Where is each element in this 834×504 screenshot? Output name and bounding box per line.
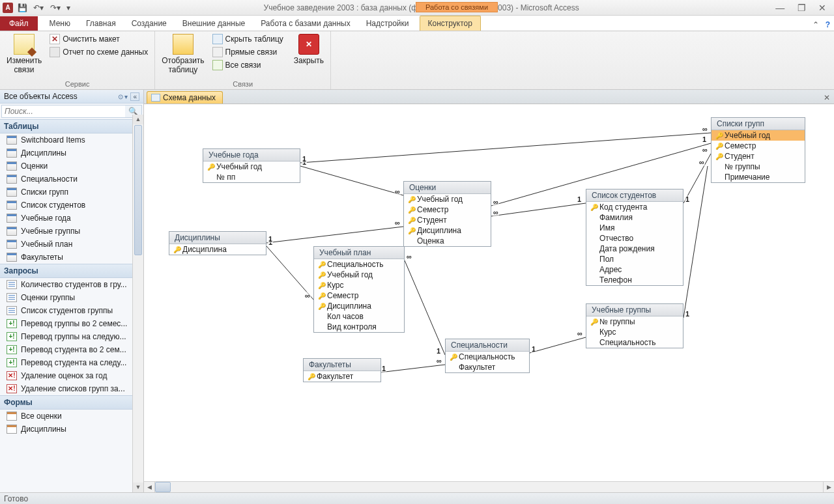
table-field[interactable]: Фамилия [586, 212, 683, 223]
nav-query-item[interactable]: Список студентов группы [0, 304, 143, 317]
scroll-right-button[interactable]: ▶ [823, 482, 834, 492]
direct-relationships-button[interactable]: Прямые связи [210, 46, 286, 59]
tab-create[interactable]: Создание [124, 16, 175, 31]
category-tables[interactable]: Таблицы ︽ [0, 119, 143, 133]
scroll-up-button[interactable]: ▲ [133, 115, 143, 124]
table-box-fac[interactable]: Факультеты🔑Факультет [303, 358, 381, 382]
doctab-relationships[interactable]: Схема данных [147, 91, 223, 104]
table-field[interactable]: 🔑Учебный год [712, 130, 805, 141]
table-field[interactable]: 🔑Учебный год [203, 161, 300, 172]
nav-table-item[interactable]: Оценки [0, 160, 143, 173]
nav-table-item[interactable]: Дисциплины [0, 147, 143, 160]
table-field[interactable]: 🔑Учебный год [404, 194, 491, 204]
nav-scrollbar[interactable]: ▲ ▼ [132, 115, 143, 492]
table-field[interactable]: 🔑Учебный год [314, 270, 404, 280]
nav-table-item[interactable]: Факультеты [0, 251, 143, 264]
nav-table-item[interactable]: Учебный план [0, 238, 143, 251]
table-field[interactable]: Имя [586, 223, 683, 233]
table-box-uchgr[interactable]: Учебные группы🔑№ группыКурсСпециальность [586, 303, 683, 348]
nav-query-item[interactable]: +!Перевод студента на следу... [0, 356, 143, 369]
scroll-thumb[interactable] [134, 125, 142, 255]
edit-relationships-button[interactable]: Изменить связи [4, 33, 44, 76]
table-field[interactable]: 🔑Специальность [446, 352, 529, 362]
table-field[interactable]: 🔑Дисциплина [169, 244, 266, 255]
nav-query-item[interactable]: Количество студентов в гру... [0, 278, 143, 291]
table-field[interactable]: 🔑Студент [712, 151, 805, 161]
table-field[interactable]: Курс [586, 327, 683, 337]
all-relationships-button[interactable]: Все связи [210, 59, 286, 72]
tab-db-tools[interactable]: Работа с базами данных [253, 16, 358, 31]
table-box-disc[interactable]: Дисциплины🔑Дисциплина [169, 231, 266, 255]
tab-file[interactable]: Файл [0, 16, 38, 31]
table-field[interactable]: Адрес [586, 264, 683, 275]
show-table-button[interactable]: Отобразить таблицу [159, 33, 207, 76]
relationships-canvas[interactable]: Учебные года🔑Учебный год№ ппДисциплины🔑Д… [144, 104, 834, 481]
search-input[interactable] [2, 105, 125, 117]
nav-query-item[interactable]: Оценки группы [0, 291, 143, 304]
save-button[interactable]: 💾 [16, 2, 29, 14]
nav-table-item[interactable]: Списки групп [0, 186, 143, 199]
nav-table-item[interactable]: Учебные группы [0, 225, 143, 238]
tab-addins[interactable]: Надстройки [358, 16, 417, 31]
restore-button[interactable]: ❐ [792, 3, 811, 13]
nav-dropdown-icon[interactable]: ⊙ ▾ [118, 93, 128, 100]
nav-form-item[interactable]: Все оценки [0, 410, 143, 423]
table-field[interactable]: 🔑Курс [314, 280, 404, 290]
nav-table-item[interactable]: Специальности [0, 173, 143, 186]
redo-button[interactable]: ↷▾ [48, 2, 63, 14]
table-field[interactable]: Оценка [404, 236, 491, 246]
tab-menu[interactable]: Меню [42, 16, 78, 31]
table-field[interactable]: Вид контроля [314, 322, 404, 332]
table-field[interactable]: 🔑Студент [404, 215, 491, 225]
table-field[interactable]: Пол [586, 254, 683, 264]
table-field[interactable]: 🔑Семестр [314, 290, 404, 301]
table-field[interactable]: 🔑Дисциплина [404, 225, 491, 236]
table-field[interactable]: 🔑Семестр [712, 141, 805, 151]
table-field[interactable]: 🔑Дисциплина [314, 301, 404, 311]
scroll-left-button[interactable]: ◀ [144, 482, 155, 492]
relationship-report-button[interactable]: Отчет по схеме данных [47, 46, 151, 59]
help-button[interactable]: ? [826, 20, 830, 29]
table-field[interactable]: № группы [712, 161, 805, 172]
table-field[interactable]: 🔑Факультет [304, 371, 381, 382]
nav-query-item[interactable]: +!Перевод студента во 2 сем... [0, 343, 143, 356]
scroll-down-button[interactable]: ▼ [133, 483, 143, 492]
nav-query-item[interactable]: +!Перевод группы на следую... [0, 330, 143, 343]
horizontal-scrollbar[interactable]: ◀ ▶ [144, 481, 834, 492]
table-field[interactable]: Отчество [586, 233, 683, 244]
table-field[interactable]: Примечание [712, 172, 805, 182]
table-box-spec[interactable]: Специальности🔑СпециальностьФакультет [445, 339, 530, 373]
nav-form-item[interactable]: Дисциплины [0, 423, 143, 436]
nav-collapse-button[interactable]: « [130, 92, 139, 101]
category-forms[interactable]: Формы ︽ [0, 395, 143, 410]
clear-layout-button[interactable]: ✕ Очистить макет [47, 33, 151, 46]
table-field[interactable]: Дата рождения [586, 244, 683, 254]
qat-more-button[interactable]: ▾ [65, 2, 72, 14]
close-window-button[interactable]: ✕ [813, 3, 831, 13]
table-field[interactable]: 🔑Специальность [314, 259, 404, 270]
tab-design[interactable]: Конструктор [420, 16, 481, 31]
doctab-close-button[interactable]: ✕ [820, 92, 834, 104]
nav-table-item[interactable]: Список студентов [0, 199, 143, 212]
hide-table-button[interactable]: Скрыть таблицу [210, 33, 286, 46]
table-field[interactable]: Факультет [446, 362, 529, 372]
table-field[interactable]: 🔑Код студента [586, 202, 683, 212]
table-box-uchgoda[interactable]: Учебные года🔑Учебный год№ пп [203, 148, 300, 183]
table-box-ocenki[interactable]: Оценки🔑Учебный год🔑Семестр🔑Студент🔑Дисци… [403, 181, 491, 247]
table-box-uchplan[interactable]: Учебный план🔑Специальность🔑Учебный год🔑К… [313, 246, 405, 333]
table-field[interactable]: 🔑Семестр [404, 204, 491, 215]
nav-query-item[interactable]: ✕!Удаление оценок за год [0, 369, 143, 382]
nav-table-item[interactable]: Учебные года [0, 212, 143, 225]
tab-external-data[interactable]: Внешние данные [175, 16, 253, 31]
table-field[interactable]: Кол часов [314, 311, 404, 322]
nav-query-item[interactable]: ✕!Удаление списков групп за... [0, 382, 143, 395]
undo-button[interactable]: ↶▾ [31, 2, 46, 14]
minimize-ribbon-button[interactable]: ⌃ [812, 20, 819, 29]
minimize-button[interactable]: — [770, 3, 790, 13]
nav-query-item[interactable]: +!Перевод группы во 2 семес... [0, 317, 143, 330]
nav-table-item[interactable]: Switchboard Items [0, 133, 143, 147]
tab-home[interactable]: Главная [78, 16, 124, 31]
table-field[interactable]: № пп [203, 172, 300, 182]
nav-header[interactable]: Все объекты Access ⊙ ▾ « [0, 90, 143, 104]
close-button[interactable]: ✕ Закрыть [291, 33, 326, 66]
